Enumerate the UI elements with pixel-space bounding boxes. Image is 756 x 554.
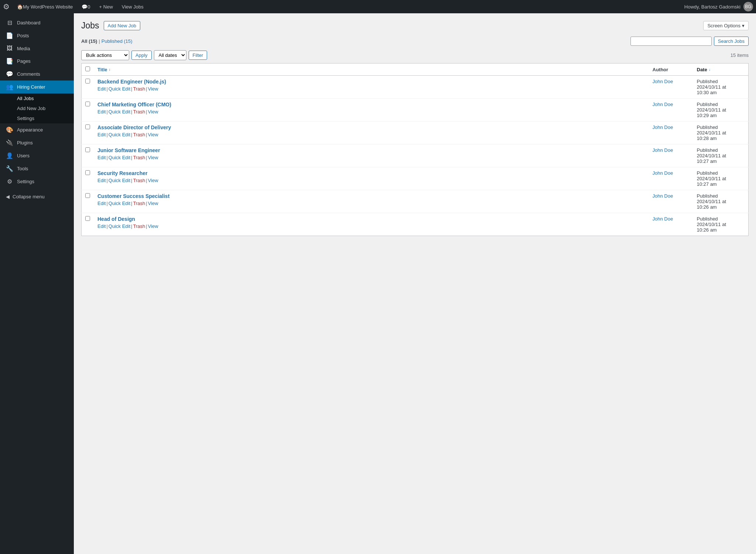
sidebar-item-hiring-center[interactable]: 👥 Hiring Center <box>0 81 74 93</box>
sidebar-item-users[interactable]: 👤 Users <box>0 149 74 162</box>
view-link[interactable]: View <box>148 223 158 229</box>
edit-link[interactable]: Edit <box>97 201 106 206</box>
job-title-link[interactable]: Junior Software Engineer <box>97 147 160 153</box>
filter-button[interactable]: Filter <box>189 51 207 60</box>
job-title-link[interactable]: Associate Director of Delivery <box>97 124 171 130</box>
row-checkbox[interactable] <box>85 79 90 83</box>
sidebar-item-comments[interactable]: 💬 Comments <box>0 68 74 81</box>
row-actions: Edit | Quick Edit | Trash | View <box>97 223 645 229</box>
quick-edit-link[interactable]: Quick Edit <box>109 155 130 160</box>
edit-link[interactable]: Edit <box>97 178 106 183</box>
edit-link[interactable]: Edit <box>97 109 106 114</box>
action-sep-3: | <box>146 109 147 114</box>
quick-edit-link[interactable]: Quick Edit <box>109 86 130 92</box>
row-actions: Edit | Quick Edit | Trash | View <box>97 132 645 137</box>
filter-published-link[interactable]: Published (15) <box>102 38 133 44</box>
adminbar-site[interactable]: 🏠 My WordPress Website <box>13 0 77 13</box>
collapse-menu-button[interactable]: ◀ Collapse menu <box>0 191 74 202</box>
table-row: Backend Engineer (Node.js) Edit | Quick … <box>82 76 749 99</box>
apply-button[interactable]: Apply <box>131 51 152 60</box>
wp-logo-icon[interactable]: ⚙ <box>3 2 10 11</box>
row-checkbox[interactable] <box>85 124 90 129</box>
view-link[interactable]: View <box>148 201 158 206</box>
add-new-job-button[interactable]: Add New Job <box>104 21 140 30</box>
sidebar-item-tools[interactable]: 🔧 Tools <box>0 162 74 175</box>
quick-edit-link[interactable]: Quick Edit <box>109 223 130 229</box>
sidebar-item-settings[interactable]: ⚙ Settings <box>0 175 74 188</box>
author-link[interactable]: John Doe <box>653 216 673 222</box>
job-title-link[interactable]: Security Researcher <box>97 170 147 176</box>
edit-link[interactable]: Edit <box>97 132 106 137</box>
sidebar-submenu-add-new-job[interactable]: Add New Job <box>0 103 74 113</box>
author-link[interactable]: John Doe <box>653 102 673 107</box>
adminbar-new[interactable]: + New <box>95 0 117 13</box>
trash-link[interactable]: Trash <box>133 155 145 160</box>
row-checkbox[interactable] <box>85 216 90 221</box>
author-cell: John Doe <box>649 167 693 190</box>
view-link[interactable]: View <box>148 109 158 114</box>
adminbar-howdy[interactable]: Howdy, Bartosz Gadomski BG <box>684 2 753 11</box>
trash-link[interactable]: Trash <box>133 223 145 229</box>
trash-link[interactable]: Trash <box>133 201 145 206</box>
date-column-header[interactable]: Date ↓ <box>693 64 749 76</box>
sidebar-item-pages[interactable]: 📑 Pages <box>0 55 74 68</box>
quick-edit-link[interactable]: Quick Edit <box>109 132 130 137</box>
action-sep-2: | <box>131 109 132 114</box>
edit-link[interactable]: Edit <box>97 86 106 92</box>
select-all-checkbox[interactable] <box>85 66 90 71</box>
date-sort-link[interactable]: Date ↓ <box>697 67 745 72</box>
sidebar-item-label: Media <box>17 46 69 51</box>
sidebar-submenu-settings[interactable]: Settings <box>0 113 74 123</box>
author-link[interactable]: John Doe <box>653 147 673 153</box>
author-link[interactable]: John Doe <box>653 79 673 84</box>
sidebar-item-plugins[interactable]: 🔌 Plugins <box>0 136 74 149</box>
trash-link[interactable]: Trash <box>133 86 145 92</box>
date-filter-select[interactable]: All dates <box>154 50 186 60</box>
job-title-link[interactable]: Chief Marketing Officer (CMO) <box>97 102 171 107</box>
published-label: Published <box>697 147 718 153</box>
edit-link[interactable]: Edit <box>97 155 106 160</box>
quick-edit-link[interactable]: Quick Edit <box>109 178 130 183</box>
trash-link[interactable]: Trash <box>133 178 145 183</box>
quick-edit-link[interactable]: Quick Edit <box>109 201 130 206</box>
sidebar-item-dashboard[interactable]: ⊟ Dashboard <box>0 16 74 29</box>
date-status: Published 2024/10/11 at 10:29 am <box>697 102 745 118</box>
action-sep-3: | <box>146 178 147 183</box>
view-link[interactable]: View <box>148 86 158 92</box>
row-checkbox[interactable] <box>85 147 90 152</box>
posts-icon: 📄 <box>6 32 13 39</box>
job-title-link[interactable]: Customer Success Specialist <box>97 193 169 199</box>
edit-link[interactable]: Edit <box>97 223 106 229</box>
author-link[interactable]: John Doe <box>653 193 673 199</box>
sidebar-item-appearance[interactable]: 🎨 Appearance <box>0 123 74 136</box>
filter-separator: | <box>99 38 100 44</box>
job-title-link[interactable]: Backend Engineer (Node.js) <box>97 79 166 85</box>
bulk-actions-select[interactable]: Bulk actions <box>81 50 129 60</box>
adminbar-view-jobs[interactable]: View Jobs <box>117 0 148 13</box>
filter-all-link[interactable]: All (15) <box>81 38 97 44</box>
trash-link[interactable]: Trash <box>133 132 145 137</box>
sidebar-item-media[interactable]: 🖼 Media <box>0 42 74 55</box>
row-checkbox[interactable] <box>85 102 90 106</box>
title-sort-link[interactable]: Title ↕ <box>97 67 645 72</box>
table-row: Junior Software Engineer Edit | Quick Ed… <box>82 144 749 167</box>
adminbar-comments[interactable]: 💬 0 <box>77 0 94 13</box>
screen-options-button[interactable]: Screen Options ▾ <box>703 21 749 30</box>
row-checkbox[interactable] <box>85 193 90 198</box>
view-link[interactable]: View <box>148 132 158 137</box>
view-link[interactable]: View <box>148 155 158 160</box>
view-link[interactable]: View <box>148 178 158 183</box>
quick-edit-link[interactable]: Quick Edit <box>109 109 130 114</box>
sidebar-item-posts[interactable]: 📄 Posts <box>0 29 74 42</box>
job-title-link[interactable]: Head of Design <box>97 216 135 222</box>
author-link[interactable]: John Doe <box>653 170 673 176</box>
title-column-header[interactable]: Title ↕ <box>94 64 649 76</box>
sidebar-submenu-all-jobs[interactable]: All Jobs <box>0 93 74 103</box>
row-checkbox[interactable] <box>85 170 90 175</box>
search-jobs-button[interactable]: Search Jobs <box>714 37 749 46</box>
search-input[interactable] <box>630 37 712 46</box>
date-time: 10:30 am <box>697 90 717 95</box>
author-link[interactable]: John Doe <box>653 124 673 130</box>
adminbar-right: Howdy, Bartosz Gadomski BG <box>684 2 753 11</box>
trash-link[interactable]: Trash <box>133 109 145 114</box>
